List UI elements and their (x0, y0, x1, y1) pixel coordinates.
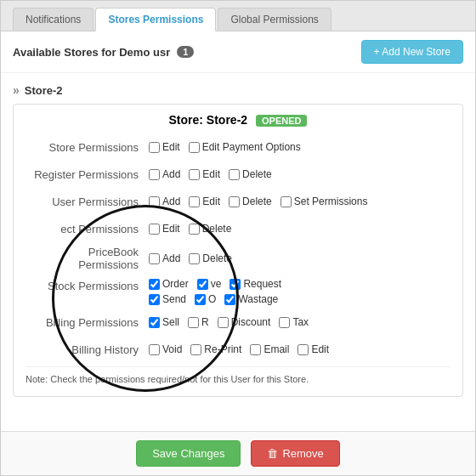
perm-label-billing: Billing Permissions (26, 316, 149, 329)
perm-options-billing-history: Void Re-Print Email Edit (149, 343, 329, 355)
checkbox-wastage-stock[interactable]: Wastage (224, 293, 278, 305)
checkbox-delete-ect[interactable]: Delete (189, 223, 232, 235)
tab-stores-permissions[interactable]: Stores Permissions (95, 8, 216, 31)
perm-row-pricebook: PriceBook Permissions Add Delete (26, 246, 450, 271)
perm-label-billing-history: Billing History (26, 343, 149, 356)
perm-options-stock-row1: Order ve Request (149, 278, 281, 290)
checkbox-collect-stock[interactable]: O (195, 293, 216, 305)
toolbar: Available Stores for Demo usr 1 + Add Ne… (1, 31, 475, 73)
store-arrow-icon: » (13, 83, 20, 97)
checkbox-order-stock[interactable]: Order (149, 278, 189, 290)
tab-global-permissions[interactable]: Global Permissions (218, 8, 331, 31)
perm-options-ect: Edit Delete (149, 223, 231, 235)
perm-options-user: Add Edit Delete Set Permissions (149, 196, 367, 207)
store-box: Store: Store-2 OPENED Store Permissions … (13, 104, 463, 397)
store-title: Store: Store-2 OPENED (26, 113, 450, 127)
perm-row-billing: Billing Permissions Sell R Discount Tax (26, 312, 450, 332)
perm-options-store: Edit Edit Payment Options (149, 141, 301, 153)
checkbox-edit-user[interactable]: Edit (189, 196, 220, 207)
tab-bar: Notifications Stores Permissions Global … (1, 1, 475, 31)
perm-options-billing: Sell R Discount Tax (149, 316, 309, 328)
trash-icon: 🗑 (267, 447, 278, 460)
checkbox-add-user[interactable]: Add (149, 196, 180, 207)
perm-label-stock: Stock Permissions (26, 278, 149, 292)
toolbar-left: Available Stores for Demo usr 1 (13, 46, 194, 59)
checkbox-delete-pricebook[interactable]: Delete (189, 252, 232, 264)
store-count-badge: 1 (177, 46, 194, 58)
save-changes-button[interactable]: Save Changes (136, 440, 241, 467)
tab-notifications[interactable]: Notifications (13, 8, 94, 31)
checkbox-discount-billing[interactable]: Discount (218, 316, 271, 328)
checkbox-delete-user[interactable]: Delete (229, 196, 272, 207)
checkbox-set-permissions-user[interactable]: Set Permissions (280, 196, 368, 207)
perm-label-ect: ect Permissions (26, 223, 149, 235)
perm-label-register: Register Permissions (26, 168, 149, 181)
store-status-badge: OPENED (256, 115, 307, 127)
checkbox-edit-store[interactable]: Edit (149, 141, 180, 153)
perm-label-user: User Permissions (26, 196, 149, 208)
perm-label-store: Store Permissions (26, 141, 149, 154)
store-header[interactable]: » Store-2 (13, 80, 463, 100)
checkbox-sell-billing[interactable]: Sell (149, 316, 179, 328)
checkbox-void-history[interactable]: Void (149, 343, 182, 355)
add-new-store-button[interactable]: + Add New Store (361, 40, 463, 64)
checkbox-r-billing[interactable]: R (188, 316, 209, 328)
note: Note: Check the permissions required/not… (26, 366, 450, 388)
checkbox-email-history[interactable]: Email (250, 343, 289, 355)
footer: Save Changes 🗑 Remove (1, 431, 475, 475)
checkbox-request-stock[interactable]: Request (230, 278, 281, 290)
checkbox-delete-register[interactable]: Delete (229, 168, 272, 180)
perm-row-ect: ect Permissions Edit Delete (26, 218, 450, 239)
perm-row-register: Register Permissions Add Edit Delete (26, 164, 450, 184)
perm-row-user: User Permissions Add Edit Delete Set Per… (26, 191, 450, 212)
checkbox-edit-history[interactable]: Edit (298, 343, 329, 355)
perm-options-pricebook: Add Delete (149, 252, 232, 264)
checkbox-add-pricebook[interactable]: Add (149, 252, 180, 264)
perm-label-pricebook: PriceBook Permissions (26, 246, 149, 271)
remove-button[interactable]: 🗑 Remove (251, 440, 339, 467)
checkbox-send-stock[interactable]: Send (149, 293, 186, 305)
perm-row-billing-history: Billing History Void Re-Print Email Edit (26, 339, 450, 360)
store-name-label: Store-2 (25, 84, 63, 97)
content-area: » Store-2 Store: Store-2 OPENED Store Pe… (1, 73, 475, 431)
perm-row-store: Store Permissions Edit Edit Payment Opti… (26, 137, 450, 157)
perm-options-stock-row2: Send O Wastage (149, 293, 281, 305)
checkbox-tax-billing[interactable]: Tax (279, 316, 309, 328)
checkbox-edit-ect[interactable]: Edit (149, 223, 180, 235)
checkbox-reprint-history[interactable]: Re-Print (190, 343, 241, 355)
checkbox-add-register[interactable]: Add (149, 168, 180, 180)
checkbox-edit-register[interactable]: Edit (189, 168, 220, 180)
available-stores-label: Available Stores for Demo usr (13, 46, 170, 59)
checkbox-receive-stock[interactable]: ve (197, 278, 222, 290)
perm-row-stock: Stock Permissions Order ve Request Send … (26, 278, 450, 305)
perm-options-register: Add Edit Delete (149, 168, 272, 180)
checkbox-edit-payment[interactable]: Edit Payment Options (189, 141, 301, 153)
